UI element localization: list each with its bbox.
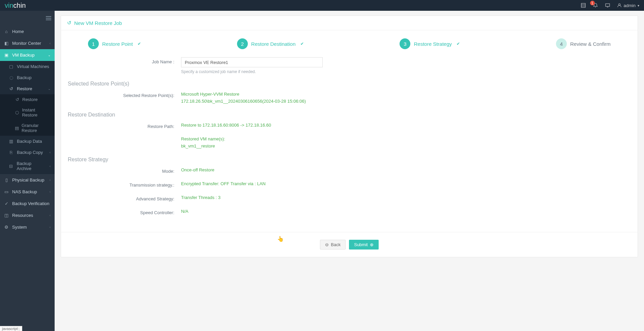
home-icon: ⌂ [4, 29, 9, 34]
verify-icon: ✓ [4, 201, 9, 206]
restored-vm-names-value: bk_vm1__restore [181, 143, 631, 150]
sidebar-item-instant-restore[interactable]: ⬡Instant Restore [0, 105, 55, 120]
advanced-strategy-value: Transfer Threads : 3 [181, 194, 631, 201]
nas-icon: ▭ [4, 189, 9, 194]
sidebar-item-label: Resources [12, 213, 33, 218]
panel-footer: ⊖ Back Submit ⊕ [61, 232, 638, 257]
arrow-right-icon: ⊕ [370, 242, 374, 247]
step-number: 3 [400, 38, 410, 49]
topbar-right: 1 admin ▾ [581, 3, 639, 8]
selected-restore-points-label: Selected Restore Point(s): [68, 91, 181, 98]
page-title: New VM Restore Job [74, 20, 122, 26]
sidebar-item-system[interactable]: ⚙System‹ [0, 221, 55, 233]
sidebar-item-restore-sub[interactable]: ↺Restore [0, 94, 55, 105]
transmission-value: Encrypted Transfer: OFF Transfer via : L… [181, 180, 631, 188]
sidebar-item-backup-copy[interactable]: ⎘Backup Copy‹ [0, 147, 55, 158]
topbar: vinchin 1 admin ▾ [0, 0, 644, 11]
sidebar-item-nas-backup[interactable]: ▭NAS Backup‹ [0, 186, 55, 198]
copy-icon: ⎘ [9, 150, 13, 155]
backup-icon: ◌ [9, 75, 13, 80]
step-restore-destination[interactable]: 2 Restore Destination ✔ [237, 38, 304, 49]
sidebar-item-backup-data[interactable]: ▥Backup Data [0, 136, 55, 147]
job-name-label: Job Name : [68, 57, 181, 64]
restore-path-value: Restore to 172.18.16.60:8006 -> 172.18.1… [181, 122, 631, 129]
main-content: ↺ New VM Restore Job 1 Restore Point ✔ 2… [55, 11, 644, 331]
list-icon[interactable] [581, 3, 586, 8]
status-bar-tip: javascript:; [0, 326, 22, 331]
sidebar-item-monitor-center[interactable]: ◧Monitor Center‹ [0, 37, 55, 49]
user-icon [617, 3, 622, 8]
chevron-down-icon: ⌄ [48, 87, 51, 91]
wizard-steps: 1 Restore Point ✔ 2 Restore Destination … [61, 30, 638, 57]
gear-icon: ⚙ [4, 225, 9, 230]
sidebar-item-backup[interactable]: ◌Backup [0, 72, 55, 83]
user-label: admin [624, 3, 636, 8]
monitor-icon: ◧ [4, 41, 9, 46]
section-restore-destination: Restore Destination [68, 112, 631, 118]
sidebar-toggle-icon[interactable] [45, 15, 52, 21]
vm-icon: ▢ [9, 64, 13, 69]
chevron-down-icon: ▾ [638, 4, 639, 7]
mode-label: Mode: [68, 167, 181, 174]
chevron-left-icon: ‹ [50, 225, 51, 229]
archive-icon: ⊟ [9, 164, 13, 169]
restored-vm-names-label: Restored VM name(s): [181, 136, 631, 143]
sidebar-item-label: NAS Backup [12, 189, 37, 194]
panel-header: ↺ New VM Restore Job [61, 16, 638, 30]
data-icon: ▥ [9, 139, 13, 144]
sidebar-item-backup-archive[interactable]: ⊟Backup Archive‹ [0, 158, 55, 174]
sidebar-item-label: Physical Backup [12, 177, 44, 183]
step-label: Restore Point [102, 41, 133, 47]
sidebar-item-label: Backup [17, 75, 31, 80]
sidebar-item-label: Backup Archive [17, 161, 46, 171]
arrow-left-icon: ⊖ [325, 242, 329, 247]
vm-icon: ▣ [4, 53, 9, 58]
sidebar-item-label: VM Backup [12, 53, 34, 58]
section-selected-restore-points: Selected Restore Point(s) [68, 81, 631, 87]
sidebar-item-restore[interactable]: ↺Restore⌄ [0, 83, 55, 94]
resources-icon: ◫ [4, 213, 9, 218]
sidebar-item-granular-restore[interactable]: ▤Granular Restore [0, 120, 55, 136]
chevron-left-icon: ‹ [50, 190, 51, 194]
step-restore-point[interactable]: 1 Restore Point ✔ [88, 38, 141, 49]
section-restore-strategy: Restore Strategy [68, 157, 631, 163]
svg-rect-4 [606, 4, 610, 6]
check-icon: ✔ [457, 41, 460, 46]
user-menu[interactable]: admin ▾ [617, 3, 639, 8]
bell-icon[interactable]: 1 [593, 3, 598, 8]
wizard-panel: ↺ New VM Restore Job 1 Restore Point ✔ 2… [61, 15, 638, 257]
logo[interactable]: vinchin [5, 2, 26, 9]
sidebar-item-virtual-machines[interactable]: ▢Virtual Machines [0, 61, 55, 72]
restore-icon: ↺ [15, 97, 20, 102]
svg-point-3 [595, 7, 596, 7]
sidebar-item-vm-backup[interactable]: ▣VM Backup⌄ [0, 49, 55, 61]
svg-rect-0 [581, 3, 585, 7]
check-icon: ✔ [300, 41, 304, 46]
sidebar: ⌂Home ◧Monitor Center‹ ▣VM Backup⌄ ▢Virt… [0, 11, 55, 331]
submit-button-label: Submit [354, 242, 368, 247]
back-button-label: Back [331, 242, 341, 247]
sidebar-item-label: Instant Restore [22, 107, 51, 118]
step-restore-strategy[interactable]: 3 Restore Strategy ✔ [400, 38, 460, 49]
selected-restore-point-detail: 172.18.26.50\bk_vm1__20240306160656(2024… [181, 98, 631, 105]
job-name-input[interactable] [181, 57, 323, 67]
step-review-confirm[interactable]: 4 Review & Confirm [556, 38, 611, 49]
monitor-icon[interactable] [605, 3, 610, 8]
sidebar-item-resources[interactable]: ◫Resources‹ [0, 209, 55, 221]
transmission-label: Transmission strategy.: [68, 180, 181, 188]
check-icon: ✔ [138, 41, 141, 46]
sidebar-item-home[interactable]: ⌂Home [0, 26, 55, 37]
svg-point-6 [618, 4, 620, 5]
back-button[interactable]: ⊖ Back [320, 240, 346, 250]
chevron-left-icon: ‹ [50, 213, 51, 217]
sidebar-item-backup-verification[interactable]: ✓Backup Verification [0, 198, 55, 209]
instant-icon: ⬡ [15, 110, 19, 115]
submit-button[interactable]: Submit ⊕ [349, 240, 378, 250]
restore-icon: ↺ [67, 20, 71, 26]
sidebar-item-label: Virtual Machines [17, 64, 49, 69]
sidebar-item-physical-backup[interactable]: ▯Physical Backup‹ [0, 174, 55, 186]
advanced-strategy-label: Advanced Strategy: [68, 194, 181, 201]
speed-controller-label: Speed Controller: [68, 208, 181, 215]
form-area: Job Name : Specify a customized job name… [61, 57, 638, 232]
sidebar-item-label: System [12, 225, 27, 230]
